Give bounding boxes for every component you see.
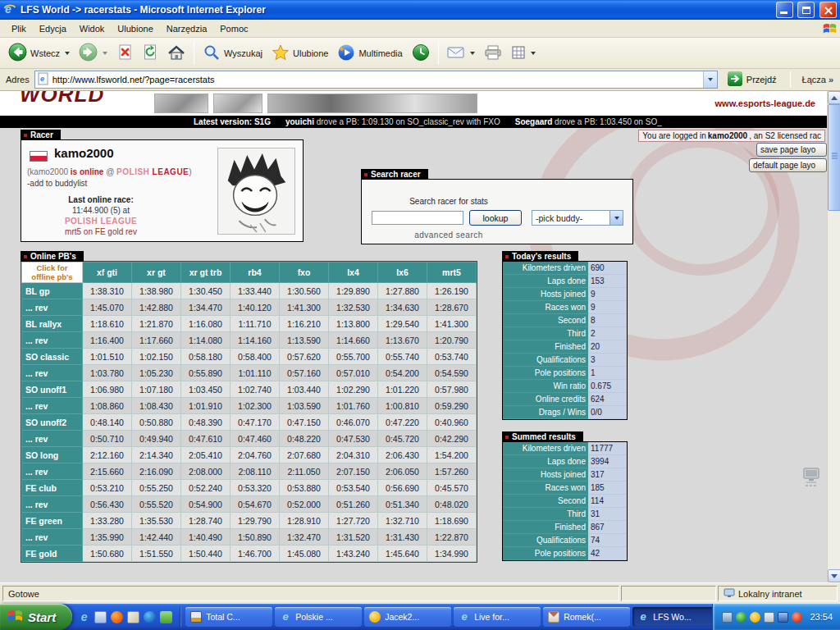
default-page-layout-button[interactable]: default page layo xyxy=(749,158,827,172)
menu-edycja[interactable]: Edycja xyxy=(33,21,73,36)
add-to-buddylist-link[interactable]: -add to buddylist xyxy=(27,179,87,188)
pb-column-header: mrt5 xyxy=(427,262,477,283)
menu-plik[interactable]: Plik xyxy=(5,21,33,36)
stat-label: Pole positions xyxy=(503,367,588,380)
scrollbar-thumb[interactable] xyxy=(828,104,840,211)
svg-text:e: e xyxy=(40,75,44,83)
links-button[interactable]: Łącza » xyxy=(799,75,837,84)
edit-dropdown-icon[interactable] xyxy=(531,52,536,55)
pb-time-cell: 0:48.390 xyxy=(181,414,231,431)
forward-button[interactable] xyxy=(75,40,112,66)
print-button[interactable] xyxy=(480,43,506,64)
favorites-button[interactable]: Ulubione xyxy=(267,41,332,66)
lfs-watermark xyxy=(623,136,779,276)
banner-screenshot xyxy=(267,94,477,113)
network-icon[interactable] xyxy=(778,612,788,623)
menu-narzędzia[interactable]: Narzędzia xyxy=(160,21,214,36)
close-button[interactable] xyxy=(819,2,837,18)
pb-time-cell: 1:01.110 xyxy=(231,365,280,381)
refresh-button[interactable] xyxy=(138,42,162,65)
home-icon xyxy=(167,44,185,62)
back-button[interactable]: Wstecz xyxy=(4,40,74,66)
address-dropdown-icon[interactable] xyxy=(703,71,717,88)
stat-label: Qualifications xyxy=(503,534,588,547)
ticker-entry: Soegaard drove a PB: 1:03.450 on SO_ xyxy=(515,117,662,126)
firefox-icon[interactable] xyxy=(111,611,123,623)
pb-time-cell: 2:16.090 xyxy=(132,463,181,480)
minimize-button[interactable] xyxy=(776,2,793,18)
taskbar-task-button[interactable]: LFS Wo... xyxy=(632,607,712,627)
stat-value: 114 xyxy=(588,495,627,508)
pb-time-cell: 1:46.700 xyxy=(231,546,280,562)
home-button[interactable] xyxy=(163,42,189,65)
pb-time-cell: 0:57.160 xyxy=(280,365,329,381)
taskbar-task-button[interactable]: Polskie ... xyxy=(275,607,362,627)
start-button[interactable]: Start xyxy=(0,604,72,630)
volume-icon[interactable] xyxy=(764,612,774,623)
messenger-icon[interactable] xyxy=(160,611,172,623)
lookup-button[interactable]: lookup xyxy=(469,210,522,226)
search-racer-input[interactable] xyxy=(372,211,463,225)
offline-pbs-link[interactable]: Click foroffline pb's xyxy=(22,262,83,283)
show-desktop-icon[interactable] xyxy=(127,611,139,623)
taskbar-task-button[interactable]: Romek(... xyxy=(543,607,630,627)
pb-time-cell: 1:16.080 xyxy=(181,316,231,332)
pb-time-cell: 1:01.910 xyxy=(181,398,231,414)
pb-time-cell: 2:04.760 xyxy=(231,447,280,463)
pick-buddy-select[interactable]: -pick buddy- xyxy=(532,210,623,226)
go-button[interactable]: Przejdź xyxy=(723,71,782,89)
advanced-search-link[interactable]: advanced search xyxy=(362,231,536,240)
forward-dropdown-icon[interactable] xyxy=(103,52,107,55)
address-url[interactable]: http://www.lfsworld.net/?page=racerstats xyxy=(52,75,700,84)
history-button[interactable] xyxy=(408,41,434,66)
pb-time-cell: 1:27.720 xyxy=(329,513,378,529)
media-button[interactable]: Multimedia xyxy=(333,41,406,66)
save-page-layout-button[interactable]: save page layo xyxy=(756,143,827,157)
title-bar: e LFS World -> racerstats - Microsoft In… xyxy=(0,0,840,20)
pb-time-cell: 1:42.880 xyxy=(132,299,181,316)
media-player-icon[interactable] xyxy=(144,611,156,623)
maximize-button[interactable] xyxy=(797,2,815,18)
messenger-gg-icon[interactable] xyxy=(750,612,760,623)
menu-ulubione[interactable]: Ulubione xyxy=(111,21,159,36)
pick-buddy-value: -pick buddy- xyxy=(532,213,609,223)
mail-dropdown-icon[interactable] xyxy=(470,52,475,55)
pb-time-cell: 0:54.670 xyxy=(231,496,280,513)
outlook-express-icon[interactable] xyxy=(94,611,107,623)
edit-button[interactable] xyxy=(507,43,540,64)
back-dropdown-icon[interactable] xyxy=(65,52,70,55)
mail-button[interactable] xyxy=(443,43,479,63)
taskbar-task-button[interactable]: Total C... xyxy=(185,607,272,627)
links-label: Łącza xyxy=(802,75,826,84)
internet-explorer-icon[interactable] xyxy=(78,611,90,623)
chevron-down-icon[interactable] xyxy=(609,211,623,225)
scroll-down-icon[interactable] xyxy=(828,569,840,582)
taskbar-clock[interactable]: 23:54 xyxy=(810,612,833,622)
taskbar-task-button[interactable]: Live for... xyxy=(454,607,541,627)
pb-time-cell: 1:50.440 xyxy=(181,546,231,562)
pb-time-cell: 0:54.590 xyxy=(427,365,477,381)
printer-icon xyxy=(484,45,502,62)
star-icon xyxy=(272,43,290,63)
stop-button[interactable] xyxy=(112,42,137,65)
updates-icon[interactable] xyxy=(792,612,802,623)
menu-widok[interactable]: Widok xyxy=(73,21,112,36)
pb-track-label: ... rev xyxy=(22,529,83,546)
pb-time-cell: 1:02.740 xyxy=(231,381,280,398)
summed-results-rows: Kilometers driven11777Laps done3994Hosts… xyxy=(503,442,627,560)
vertical-scrollbar[interactable] xyxy=(827,91,840,582)
antivirus-icon[interactable] xyxy=(736,612,746,623)
pb-time-cell: 1:20.790 xyxy=(427,332,477,349)
taskbar-task-button[interactable]: Jacek2... xyxy=(364,607,451,627)
scroll-up-icon[interactable] xyxy=(828,91,840,104)
search-button[interactable]: Wyszukaj xyxy=(199,41,267,66)
pb-time-cell: 2:08.000 xyxy=(181,463,231,480)
search-prompt: Search racer for stats xyxy=(362,197,536,206)
stat-label: Win ratio xyxy=(503,380,588,393)
menu-pomoc[interactable]: Pomoc xyxy=(213,21,254,36)
display-icon[interactable] xyxy=(722,612,733,623)
banner-screenshot xyxy=(213,94,262,113)
address-input[interactable]: e http://www.lfsworld.net/?page=racersta… xyxy=(34,71,718,89)
back-label: Wstecz xyxy=(30,48,60,58)
esports-league-link[interactable]: www.esports-league.de xyxy=(715,98,815,108)
